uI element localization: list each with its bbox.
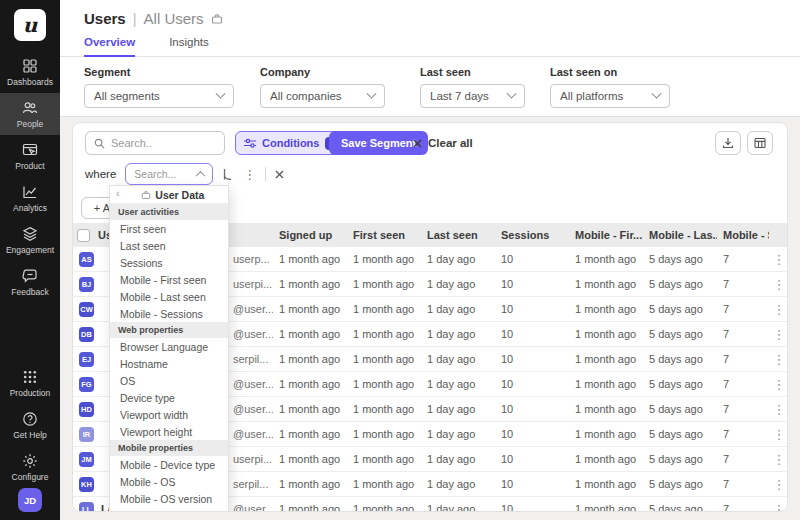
tool-divider [265, 167, 266, 181]
dropdown-item-sessions[interactable]: Sessions [110, 254, 228, 271]
table-cell: 1 month ago [569, 503, 643, 512]
sidebar-item-production[interactable]: Production [0, 362, 60, 404]
search-input[interactable] [111, 137, 216, 149]
tab-bar: OverviewInsights [84, 36, 209, 57]
avatar: DB [79, 327, 94, 342]
table-cell: 1 day ago [421, 328, 495, 340]
row-menu-icon[interactable]: ⋮ [769, 328, 788, 341]
table-cell: 1 month ago [273, 478, 347, 490]
row-menu-icon[interactable]: ⋮ [769, 303, 788, 316]
filter-select[interactable]: All companies [260, 84, 385, 108]
avatar: CW [79, 302, 94, 317]
column-header[interactable]: Mobile - Las... [643, 229, 717, 241]
export-button[interactable] [715, 131, 741, 155]
nest-condition-icon[interactable] [222, 168, 234, 181]
table-cell: 1 month ago [273, 278, 347, 290]
select-all-checkbox[interactable] [77, 229, 90, 242]
table-cell: 10 [495, 453, 569, 465]
people-icon [22, 100, 38, 116]
row-menu-icon[interactable]: ⋮ [769, 503, 788, 513]
clear-all-button[interactable]: Clear all [413, 131, 473, 155]
filter-last-seen: Last seenLast 7 days [420, 66, 525, 108]
dropdown-item-os[interactable]: OS [110, 372, 228, 389]
sidebar-item-dashboards[interactable]: Dashboards [0, 51, 60, 93]
where-label: where [85, 168, 116, 180]
dropdown-item-last-seen[interactable]: Last seen [110, 237, 228, 254]
sidebar-item-product[interactable]: Product [0, 135, 60, 177]
sidebar-item-people[interactable]: People [0, 93, 60, 135]
row-menu-icon[interactable]: ⋮ [769, 353, 788, 366]
filter-label: Segment [84, 66, 234, 78]
column-header[interactable]: Mobile - Ses.. [717, 229, 769, 241]
user-data-briefcase-icon [141, 190, 151, 200]
column-header[interactable]: Sessions [495, 229, 569, 241]
sidebar-item-analytics[interactable]: Analytics [0, 177, 60, 219]
sidebar-item-label: Feedback [11, 287, 48, 297]
table-cell: 7 [717, 303, 769, 315]
table-cell: 1 month ago [273, 503, 347, 512]
app-logo[interactable]: u [14, 9, 46, 41]
sidebar-item-get-help[interactable]: Get Help [0, 404, 60, 446]
dropdown-item-mobile-device-type[interactable]: Mobile - Device type [110, 456, 228, 473]
title-divider: | [133, 10, 137, 27]
remove-condition-icon[interactable] [275, 170, 284, 179]
manage-columns-button[interactable] [747, 131, 773, 155]
chevron-down-icon [652, 88, 662, 98]
sidebar-item-engagement[interactable]: Engagement [0, 219, 60, 261]
user-avatar[interactable]: JD [18, 488, 42, 512]
row-menu-icon[interactable]: ⋮ [769, 478, 788, 491]
column-header[interactable]: First seen [347, 229, 421, 241]
table-cell: 10 [495, 253, 569, 265]
dropdown-item-browser-language[interactable]: Browser Language [110, 338, 228, 355]
table-cell: 1 month ago [347, 303, 421, 315]
filter-select[interactable]: All segments [84, 84, 234, 108]
row-menu-icon[interactable]: ⋮ [769, 378, 788, 391]
row-menu-icon[interactable]: ⋮ [769, 428, 788, 441]
sidebar-item-label: Production [10, 388, 51, 398]
dropdown-section-header: User activities [110, 204, 228, 220]
dropdown-item-first-seen[interactable]: First seen [110, 220, 228, 237]
table-cell: 1 day ago [421, 378, 495, 390]
row-menu-icon[interactable]: ⋮ [769, 278, 788, 291]
filter-last-seen-on: Last seen onAll platforms [550, 66, 670, 108]
sidebar-item-feedback[interactable]: Feedback [0, 261, 60, 303]
dropdown-item-mobile-first-seen[interactable]: Mobile - First seen [110, 271, 228, 288]
column-header[interactable]: Last seen [421, 229, 495, 241]
dropdown-item-mobile-sessions[interactable]: Mobile - Sessions [110, 305, 228, 322]
dropdown-item-viewport-height[interactable]: Viewport height [110, 423, 228, 440]
avatar: FG [79, 377, 94, 392]
dropdown-item-viewport-width[interactable]: Viewport width [110, 406, 228, 423]
table-cell: 1 month ago [347, 278, 421, 290]
filter-bar: SegmentAll segmentsCompanyAll companiesL… [60, 57, 800, 117]
row-menu-icon[interactable]: ⋮ [769, 253, 788, 266]
filter-segment: SegmentAll segments [84, 66, 234, 108]
column-header[interactable]: Signed up [273, 229, 347, 241]
sidebar-item-configure[interactable]: Configure [0, 446, 60, 488]
configure-icon [22, 453, 38, 469]
tab-overview[interactable]: Overview [84, 36, 135, 57]
table-search[interactable] [85, 131, 225, 155]
filter-label: Last seen [420, 66, 525, 78]
row-menu-icon[interactable]: ⋮ [769, 453, 788, 466]
condition-menu-icon[interactable]: ⋮ [243, 168, 256, 181]
table-cell: 5 days ago [643, 328, 717, 340]
dropdown-item-device-type[interactable]: Device type [110, 389, 228, 406]
tab-insights[interactable]: Insights [169, 36, 209, 57]
table-cell: 1 month ago [347, 403, 421, 415]
table-cell: 1 day ago [421, 403, 495, 415]
table-cell: 5 days ago [643, 503, 717, 512]
back-icon[interactable]: ‹ [116, 188, 120, 199]
filter-select[interactable]: All platforms [550, 84, 670, 108]
dropdown-item-mobile-os[interactable]: Mobile - OS [110, 473, 228, 490]
dropdown-item-mobile-last-seen[interactable]: Mobile - Last seen [110, 288, 228, 305]
table-cell: 10 [495, 278, 569, 290]
column-header[interactable]: Mobile - Fir... [569, 229, 643, 241]
row-menu-icon[interactable]: ⋮ [769, 403, 788, 416]
filter-select[interactable]: Last 7 days [420, 84, 525, 108]
condition-field-select[interactable]: Search... [125, 163, 213, 185]
table-cell: 1 month ago [347, 328, 421, 340]
dropdown-item-hostname[interactable]: Hostname [110, 355, 228, 372]
avatar: BJ [79, 277, 94, 292]
dropdown-item-mobile-os-version[interactable]: Mobile - OS version [110, 490, 228, 507]
table-cell: 1 month ago [273, 428, 347, 440]
